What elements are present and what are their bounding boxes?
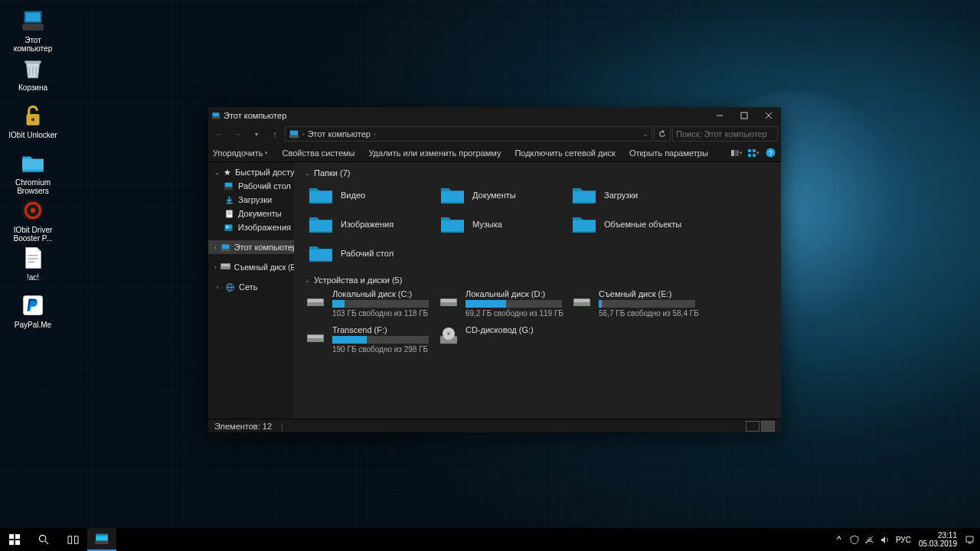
item-icon: [224, 208, 234, 219]
tray-overflow-icon[interactable]: ^: [831, 528, 847, 551]
minimize-button[interactable]: [707, 107, 732, 124]
tray-volume-icon[interactable]: [877, 528, 893, 551]
address-dropdown-icon[interactable]: ⌄: [642, 130, 648, 138]
drive-icon: [305, 289, 326, 311]
folder-item[interactable]: Рабочий стол: [305, 240, 435, 266]
folder-icon: [307, 214, 335, 235]
drive-icon: [305, 325, 326, 347]
cmd-system-properties[interactable]: Свойства системы: [282, 148, 354, 158]
drive-usage-bar: [332, 336, 429, 344]
folder-item[interactable]: Документы: [436, 182, 567, 208]
desktop-icon[interactable]: !ac!: [8, 245, 58, 282]
desktop-icon[interactable]: IObit Unlocker: [8, 103, 58, 139]
breadcrumb-item[interactable]: Этот компьютер: [308, 129, 371, 139]
folder-label: Изображения: [341, 220, 394, 229]
cmd-map-drive[interactable]: Подключить сетевой диск: [514, 148, 615, 158]
task-view-button[interactable]: [58, 528, 87, 551]
folder-item[interactable]: Видео: [305, 182, 435, 208]
svg-line-69: [45, 541, 48, 544]
nav-recent-button[interactable]: ▾: [248, 126, 265, 142]
folder-item[interactable]: Музыка: [436, 211, 567, 237]
svg-rect-16: [212, 117, 220, 119]
group-header-drives[interactable]: ⌄Устройства и диски (5): [305, 276, 770, 285]
desktop-icon[interactable]: IObit Driver Booster P...: [8, 197, 58, 243]
group-header-folders[interactable]: ⌄Папки (7): [305, 168, 770, 178]
nav-forward-button[interactable]: →: [230, 126, 247, 142]
desktop-icon[interactable]: Этот компьютер: [8, 8, 58, 53]
view-tiles-button[interactable]: [761, 421, 775, 432]
folder-item[interactable]: Объемные объекты: [568, 211, 698, 237]
status-text: Элементов: 12: [214, 422, 272, 431]
start-button[interactable]: [0, 528, 29, 551]
tray-clock[interactable]: 23:1105.03.2019: [914, 531, 962, 548]
taskbar-explorer-button[interactable]: [87, 528, 116, 551]
folder-label: Видео: [341, 191, 365, 200]
pane-options-icon[interactable]: ▾: [730, 147, 743, 159]
svg-rect-22: [289, 135, 299, 139]
sidebar-item[interactable]: Документы: [208, 207, 294, 220]
folder-label: Объемные объекты: [604, 220, 681, 229]
taskbar-search-button[interactable]: [29, 528, 58, 551]
folder-item[interactable]: Изображения: [305, 211, 435, 237]
sidebar-item[interactable]: Изображения: [208, 220, 294, 234]
desktop-icon-label: Этот компьютер: [8, 36, 58, 53]
desktop-icon-label: Chromium Browsers: [8, 178, 58, 195]
help-icon[interactable]: ?: [764, 147, 776, 159]
drive-icon: [438, 289, 459, 311]
search-box[interactable]: [672, 126, 778, 142]
folder-item[interactable]: Загрузки: [568, 182, 698, 208]
view-details-button[interactable]: [746, 421, 760, 432]
tray-security-icon[interactable]: [847, 528, 862, 551]
svg-point-63: [447, 332, 450, 335]
cmd-open-settings[interactable]: Открыть параметры: [629, 148, 708, 158]
search-input[interactable]: [676, 129, 782, 139]
address-bar-row: ← → ▾ ↑ › Этот компьютер › ⌄: [208, 124, 781, 144]
taskbar: ^ РУС 23:1105.03.2019: [0, 528, 980, 551]
close-button[interactable]: [756, 107, 781, 124]
titlebar[interactable]: Этот компьютер: [208, 107, 781, 124]
tray-language[interactable]: РУС: [893, 528, 914, 551]
svg-rect-65: [15, 534, 20, 539]
cmd-uninstall[interactable]: Удалить или изменить программу: [368, 148, 501, 158]
svg-rect-29: [753, 149, 756, 152]
explorer-window: Этот компьютер ← → ▾ ↑ › Этот компьютер …: [208, 107, 781, 432]
svg-rect-28: [748, 149, 751, 152]
drive-item[interactable]: Съемный диск (E:)56,7 ГБ свободно из 58,…: [571, 289, 703, 318]
folder-icon: [439, 184, 466, 206]
drive-free-text: 190 ГБ свободно из 298 ГБ: [332, 345, 436, 354]
desktop-icon[interactable]: Корзина: [8, 55, 58, 92]
svg-point-11: [31, 208, 35, 213]
svg-rect-0: [22, 24, 44, 31]
maximize-button[interactable]: [732, 107, 756, 124]
paypal-icon: [20, 292, 46, 318]
svg-rect-34: [224, 187, 233, 190]
drive-item[interactable]: Локальный диск (C:)103 ГБ свободно из 11…: [305, 289, 436, 318]
address-bar[interactable]: › Этот компьютер › ⌄: [285, 126, 652, 142]
view-options-icon[interactable]: ▾: [747, 147, 760, 159]
svg-rect-64: [9, 534, 14, 539]
sidebar-item[interactable]: Рабочий стол: [208, 179, 294, 193]
svg-point-51: [321, 304, 322, 305]
sidebar-quick-access[interactable]: ⌄★Быстрый доступ: [208, 165, 294, 179]
navigation-pane: ⌄★Быстрый доступ Рабочий столЗагрузкиДок…: [208, 162, 294, 419]
drive-item[interactable]: Transcend (F:)190 ГБ свободно из 298 ГБ: [305, 325, 436, 354]
svg-point-8: [31, 118, 34, 121]
svg-rect-59: [308, 335, 323, 338]
cmd-organize[interactable]: Упорядочить▾: [213, 148, 268, 158]
desktop-icon-label: !ac!: [8, 273, 58, 282]
status-bar: Элементов: 12 |: [208, 419, 781, 432]
drive-item[interactable]: Локальный диск (D:)69,2 ГБ свободно из 1…: [438, 289, 570, 318]
sidebar-this-pc[interactable]: ›Этот компьютер: [208, 240, 294, 254]
drive-item[interactable]: CD-дисковод (G:): [438, 325, 570, 354]
refresh-button[interactable]: [654, 126, 671, 142]
folder-label: Музыка: [472, 220, 502, 229]
sidebar-network[interactable]: ›Сеть: [208, 280, 294, 294]
nav-up-button[interactable]: ↑: [266, 126, 283, 142]
nav-back-button[interactable]: ←: [211, 126, 228, 142]
tray-network-icon[interactable]: [862, 528, 877, 551]
tray-notifications-icon[interactable]: [962, 528, 977, 551]
sidebar-item[interactable]: Загрузки: [208, 193, 294, 207]
sidebar-removable[interactable]: ›Съемный диск (E:): [208, 260, 294, 274]
desktop-icon[interactable]: Chromium Browsers: [8, 150, 58, 195]
desktop-icon[interactable]: PayPal.Me: [8, 292, 58, 329]
